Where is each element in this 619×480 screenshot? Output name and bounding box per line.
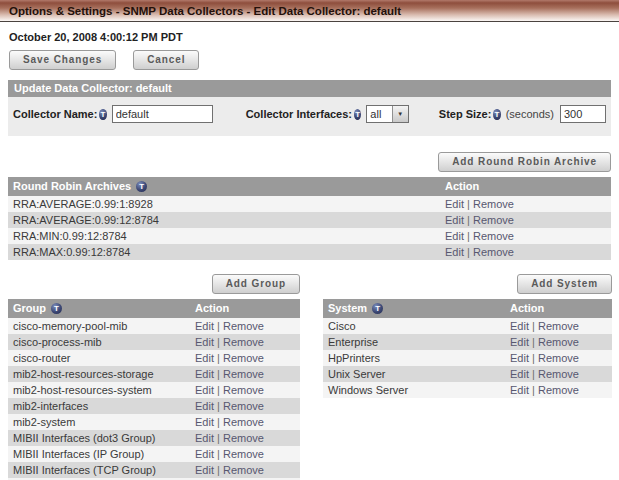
tooltip-icon[interactable]: T	[354, 109, 361, 120]
row-actions: Edit | Remove	[190, 398, 300, 414]
row-label: mib2-host-resources-storage	[8, 366, 190, 382]
row-actions: Edit | Remove	[505, 382, 612, 398]
action-separator: |	[214, 384, 223, 396]
row-label: Windows Server	[323, 382, 505, 398]
table-row: Unix ServerEdit | Remove	[323, 366, 612, 382]
row-actions: Edit | Remove	[190, 446, 300, 462]
edit-link[interactable]: Edit	[195, 352, 214, 364]
system-section: Add System System T Action CiscoEdit | R…	[323, 260, 612, 398]
action-separator: |	[214, 336, 223, 348]
table-row: RRA:AVERAGE:0.99:12:8784Edit | Remove	[8, 212, 611, 228]
remove-link[interactable]: Remove	[223, 336, 264, 348]
remove-link[interactable]: Remove	[223, 352, 264, 364]
table-row: MIBII Interfaces (TCP Group)Edit | Remov…	[8, 462, 300, 478]
tooltip-icon[interactable]: T	[136, 181, 147, 192]
edit-link[interactable]: Edit	[510, 336, 529, 348]
page-title-bar: Options & Settings - SNMP Data Collector…	[0, 0, 619, 22]
table-row: cisco-memory-pool-mibEdit | Remove	[8, 318, 300, 334]
row-label: MIBII Interfaces (TCP Group)	[8, 462, 190, 478]
rra-action-column-header: Action	[440, 177, 611, 196]
update-collector-form: Collector Name: T Collector Interfaces: …	[8, 97, 611, 136]
row-label: mib2-interfaces	[8, 398, 190, 414]
tooltip-icon[interactable]: T	[99, 109, 106, 120]
table-row: cisco-routerEdit | Remove	[8, 350, 300, 366]
edit-link[interactable]: Edit	[510, 352, 529, 364]
table-row: CiscoEdit | Remove	[323, 318, 612, 334]
row-actions: Edit | Remove	[190, 318, 300, 334]
row-actions: Edit | Remove	[505, 350, 612, 366]
remove-link[interactable]: Remove	[223, 368, 264, 380]
edit-link[interactable]: Edit	[195, 432, 214, 444]
edit-link[interactable]: Edit	[445, 214, 464, 226]
edit-link[interactable]: Edit	[195, 384, 214, 396]
action-separator: |	[214, 368, 223, 380]
collector-name-label: Collector Name:	[13, 108, 97, 120]
action-separator: |	[464, 198, 473, 210]
remove-link[interactable]: Remove	[473, 198, 514, 210]
edit-link[interactable]: Edit	[195, 336, 214, 348]
edit-link[interactable]: Edit	[510, 320, 529, 332]
row-label: RRA:AVERAGE:0.99:1:8928	[8, 196, 440, 212]
action-separator: |	[529, 352, 538, 364]
remove-link[interactable]: Remove	[223, 320, 264, 332]
row-actions: Edit | Remove	[190, 382, 300, 398]
form-actions-bar: Save Changes Cancel	[9, 50, 610, 70]
edit-link[interactable]: Edit	[195, 448, 214, 460]
add-round-robin-archive-button[interactable]: Add Round Robin Archive	[438, 152, 611, 172]
tooltip-icon[interactable]: T	[51, 303, 62, 314]
collector-interfaces-select[interactable]: all ▼	[366, 105, 408, 123]
step-size-label: Step Size:	[439, 108, 492, 120]
edit-link[interactable]: Edit	[510, 384, 529, 396]
edit-link[interactable]: Edit	[195, 416, 214, 428]
remove-link[interactable]: Remove	[538, 320, 579, 332]
remove-link[interactable]: Remove	[223, 448, 264, 460]
remove-link[interactable]: Remove	[473, 230, 514, 242]
edit-link[interactable]: Edit	[445, 198, 464, 210]
cancel-button[interactable]: Cancel	[133, 50, 199, 70]
tooltip-icon[interactable]: T	[372, 303, 383, 314]
remove-link[interactable]: Remove	[473, 214, 514, 226]
remove-link[interactable]: Remove	[538, 384, 579, 396]
remove-link[interactable]: Remove	[538, 336, 579, 348]
table-row: EnterpriseEdit | Remove	[323, 334, 612, 350]
add-group-button[interactable]: Add Group	[212, 274, 300, 294]
edit-link[interactable]: Edit	[195, 400, 214, 412]
remove-link[interactable]: Remove	[223, 432, 264, 444]
remove-link[interactable]: Remove	[223, 384, 264, 396]
table-row: MIBII Interfaces (dot3 Group)Edit | Remo…	[8, 430, 300, 446]
remove-link[interactable]: Remove	[538, 368, 579, 380]
row-actions: Edit | Remove	[190, 334, 300, 350]
remove-link[interactable]: Remove	[538, 352, 579, 364]
collector-name-input[interactable]	[112, 105, 213, 123]
row-actions: Edit | Remove	[190, 350, 300, 366]
action-separator: |	[529, 320, 538, 332]
row-label: cisco-memory-pool-mib	[8, 318, 190, 334]
edit-link[interactable]: Edit	[510, 368, 529, 380]
group-add-bar: Add Group	[8, 274, 300, 294]
edit-link[interactable]: Edit	[445, 246, 464, 258]
edit-link[interactable]: Edit	[445, 230, 464, 242]
timestamp: October 20, 2008 4:00:12 PM PDT	[9, 31, 610, 43]
collector-interfaces-selected-value: all	[367, 108, 391, 120]
group-table: Group T Action cisco-memory-pool-mibEdit…	[8, 299, 300, 480]
action-separator: |	[214, 464, 223, 476]
system-action-column-header: Action	[505, 299, 612, 318]
step-size-input[interactable]	[560, 105, 606, 123]
table-row: HpPrintersEdit | Remove	[323, 350, 612, 366]
table-row: RRA:MAX:0.99:12:8784Edit | Remove	[8, 244, 611, 260]
edit-link[interactable]: Edit	[195, 464, 214, 476]
tooltip-icon[interactable]: T	[493, 109, 500, 120]
group-name-column-header: Group T	[8, 299, 190, 318]
add-system-button[interactable]: Add System	[517, 274, 612, 294]
row-label: RRA:AVERAGE:0.99:12:8784	[8, 212, 440, 228]
action-separator: |	[214, 432, 223, 444]
remove-link[interactable]: Remove	[223, 464, 264, 476]
save-changes-button[interactable]: Save Changes	[9, 50, 116, 70]
edit-link[interactable]: Edit	[195, 320, 214, 332]
remove-link[interactable]: Remove	[223, 400, 264, 412]
action-separator: |	[214, 448, 223, 460]
remove-link[interactable]: Remove	[473, 246, 514, 258]
group-header-label: Group	[13, 302, 46, 314]
edit-link[interactable]: Edit	[195, 368, 214, 380]
remove-link[interactable]: Remove	[223, 416, 264, 428]
